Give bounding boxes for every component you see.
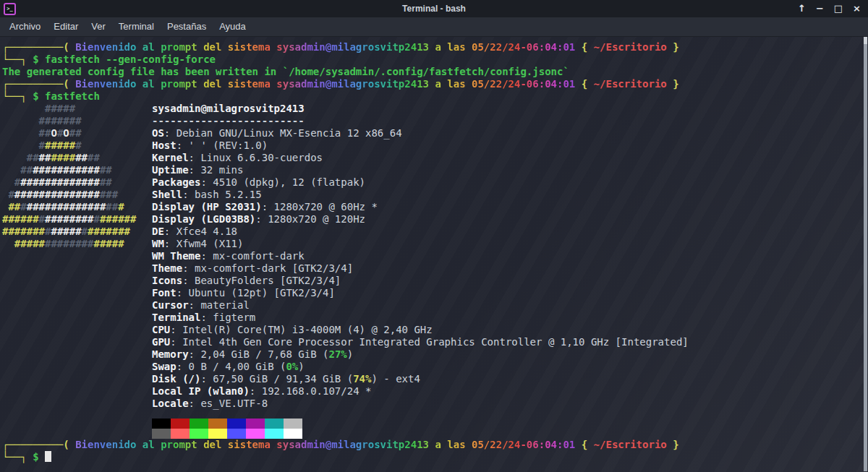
- info-line: Shell: bash 5.2.15: [152, 189, 868, 201]
- info-label: Swap: [152, 361, 176, 372]
- logo-segment: ###: [100, 189, 118, 200]
- palette-swatch: [190, 419, 208, 429]
- prompt-path: ~/Escritorio: [587, 41, 673, 53]
- info-line: Swap: 0 B / 4,00 GiB (0%): [152, 361, 868, 373]
- info-label: OS: [152, 127, 164, 139]
- logo-segment: ##: [39, 152, 51, 163]
- info-value: : Debian GNU/Linux MX-Esencia 12 x86_64: [164, 127, 402, 139]
- info-line: Cursor: material: [152, 299, 868, 312]
- info-line: WM Theme: mx-comfort-dark: [152, 250, 868, 262]
- info-line: Uptime: 32 mins: [152, 164, 868, 176]
- info-value: : 4510 (dpkg), 12 (flatpak): [200, 176, 365, 188]
- user-host: sysadmin@milagrosvitp2413: [152, 103, 305, 114]
- logo-segment: #####: [51, 226, 81, 237]
- info-label: Host: [152, 140, 176, 151]
- user-host-line: sysadmin@milagrosvitp2413: [152, 103, 868, 115]
- info-label: Shell: [152, 189, 182, 200]
- info-value: : BeautyFolders [GTK2/3/4]: [182, 275, 341, 286]
- logo-segment: ##: [2, 164, 33, 176]
- shade-icon[interactable]: ↑: [798, 0, 806, 17]
- info-line: Terminal: figterm: [152, 312, 868, 324]
- logo-segment: #####: [93, 238, 124, 249]
- palette-swatch: [208, 419, 227, 429]
- window-title: Terminal - bash: [0, 4, 868, 14]
- menu-item-ayuda[interactable]: Ayuda: [213, 17, 252, 36]
- info-value: : material: [189, 299, 250, 311]
- logo-segment: #: [75, 140, 81, 151]
- prompt-message: Bienvenido al prompt del sistema sysadmi…: [69, 41, 582, 53]
- logo-segment: O: [63, 127, 69, 139]
- terminal-screen[interactable]: ┌─────────( Bienvenido al prompt del sis…: [0, 37, 868, 472]
- prompt-path: ~/Escritorio: [587, 439, 673, 450]
- info-line: Locale: es_VE.UTF-8: [152, 398, 868, 410]
- info-label: CPU: [152, 324, 170, 335]
- info-value: : 1280x720 @ 60Hz *: [262, 201, 378, 213]
- info-label: Display (LGD03B8): [152, 213, 255, 225]
- info-label: Theme: [152, 262, 182, 274]
- logo-segment: #: [2, 140, 45, 151]
- logo-segment: #: [2, 176, 20, 188]
- separator-line: -------------------------: [152, 115, 868, 127]
- palette-swatch: [171, 429, 190, 439]
- info-line: WM: Xfwm4 (X11): [152, 238, 868, 250]
- logo-segment: ########: [45, 213, 93, 225]
- logo-segment: #: [82, 226, 88, 237]
- info-line: Memory: 2,04 GiB / 7,68 GiB (27%): [152, 348, 868, 361]
- menu-item-editar[interactable]: Editar: [47, 17, 85, 36]
- info-value: ): [347, 348, 353, 360]
- logo-segment: #: [20, 201, 26, 213]
- logo-segment: ##: [2, 152, 39, 163]
- palette-swatch: [284, 419, 302, 429]
- info-line: Theme: mx-comfort-dark [GTK2/3/4]: [152, 262, 868, 275]
- menu-item-terminal[interactable]: Terminal: [112, 17, 161, 36]
- command-line-1: └──┐ $ fastfetch --gen-config-force: [2, 53, 868, 66]
- logo-segment: #####: [2, 103, 75, 114]
- info-value: : ' ' (REV:1.0): [176, 140, 268, 151]
- info-line: Font: Ubuntu (12pt) [GTK2/3/4]: [152, 287, 868, 299]
- palette-row: [152, 419, 868, 429]
- palette-swatch: [190, 429, 208, 439]
- menu-item-ver[interactable]: Ver: [85, 17, 112, 36]
- prompt-line-2: ┌─────────( Bienvenido al prompt del sis…: [2, 78, 868, 90]
- logo-segment: #############: [27, 201, 106, 213]
- command-text: $ fastfetch --gen-config-force: [27, 53, 216, 65]
- prompt-bracket: ┌─────────(: [2, 439, 69, 450]
- palette-swatch: [152, 419, 171, 429]
- info-line: Icons: BeautyFolders [GTK2/3/4]: [152, 275, 868, 287]
- info-value: : 1280x720 @ 120Hz: [255, 213, 365, 225]
- menu-item-pestañas[interactable]: Pestañas: [161, 17, 213, 36]
- info-label: Cursor: [152, 299, 189, 311]
- info-line: OS: Debian GNU/Linux MX-Esencia 12 x86_6…: [152, 127, 868, 140]
- logo-segment: #: [39, 213, 45, 225]
- logo-segment: #############: [20, 176, 100, 188]
- command-line-current[interactable]: └──┐ $: [2, 451, 868, 463]
- maximize-icon[interactable]: □: [834, 0, 843, 17]
- logo-segment: #####: [2, 238, 45, 249]
- prompt-line-1: ┌─────────( Bienvenido al prompt del sis…: [2, 41, 868, 53]
- logo-segment: ##: [69, 127, 82, 139]
- close-icon[interactable]: ×: [853, 0, 861, 17]
- info-label: DE: [152, 226, 164, 237]
- info-line: CPU: Intel(R) Core(TM) i3-4000M (4) @ 2,…: [152, 324, 868, 336]
- color-palette: [152, 419, 868, 439]
- brace-close: }: [673, 78, 678, 90]
- logo-segment: ##: [2, 201, 20, 213]
- palette-swatch: [265, 429, 284, 439]
- prompt-bracket: ┌─────────(: [2, 78, 69, 90]
- logo-segment: #######: [2, 115, 82, 126]
- prompt-message: Bienvenido al prompt del sistema sysadmi…: [69, 78, 582, 90]
- titlebar[interactable]: >_ Terminal - bash ↑−□×: [0, 0, 868, 17]
- prompt-message: Bienvenido al prompt del sistema sysadmi…: [69, 439, 582, 450]
- prompt-bracket: └──┐: [2, 53, 27, 65]
- info-label: Packages: [152, 176, 200, 188]
- menu-item-archivo[interactable]: Archivo: [3, 17, 47, 36]
- scrollbar[interactable]: [864, 37, 867, 471]
- logo-segment: ###########: [33, 164, 100, 176]
- info-value: : 32 mins: [189, 164, 244, 176]
- prompt-bracket: ┌─────────(: [2, 41, 69, 53]
- info-value: : Xfce4 4.18: [164, 226, 237, 237]
- info-line: Host: ' ' (REV:1.0): [152, 140, 868, 152]
- info-label: Terminal: [152, 312, 200, 323]
- info-value: : bash 5.2.15: [182, 189, 262, 200]
- minimize-icon[interactable]: −: [816, 0, 824, 17]
